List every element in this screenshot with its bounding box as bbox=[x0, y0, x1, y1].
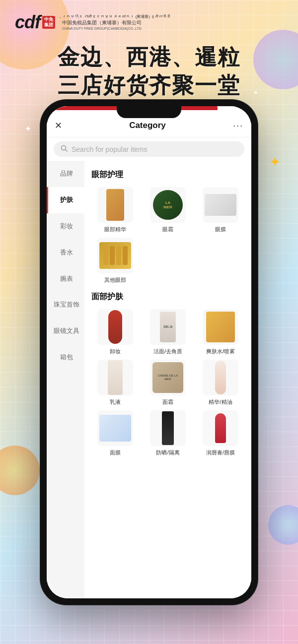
eye-mask-img bbox=[203, 187, 238, 223]
essence-label: 精华/精油 bbox=[209, 398, 232, 405]
makeup-remover-visual bbox=[108, 310, 122, 344]
lip-img bbox=[203, 410, 238, 446]
face-mask-visual bbox=[99, 415, 131, 442]
eye-care-grid: 眼部精华 LAMER 眼霜 bbox=[91, 187, 244, 284]
eye-cream-visual: LAMER bbox=[153, 190, 183, 220]
lip-label: 润唇膏/唇膜 bbox=[206, 449, 235, 456]
category-item-lip[interactable]: 润唇膏/唇膜 bbox=[197, 410, 244, 456]
more-button[interactable]: ··· bbox=[233, 121, 243, 131]
tagline-line1: 金边、西港、暹粒 bbox=[58, 43, 240, 71]
other-eye-visual bbox=[99, 242, 131, 269]
logo-badge: 中免 集团 bbox=[42, 16, 55, 29]
face-cream-visual: CRÈME DE LA MER bbox=[152, 362, 183, 393]
eye-serum-img bbox=[97, 187, 133, 223]
category-item-eye-cream[interactable]: LAMER 眼霜 bbox=[144, 187, 192, 233]
cdf-text: cdf bbox=[15, 12, 40, 33]
category-item-face-cream[interactable]: CRÈME DE LA MER 面霜 bbox=[144, 360, 192, 405]
sidebar-item-perfume[interactable]: 香水 bbox=[47, 240, 84, 266]
other-eye-img bbox=[97, 238, 133, 273]
search-icon bbox=[61, 145, 68, 153]
lotion-visual bbox=[108, 360, 123, 395]
eye-serum-visual bbox=[106, 189, 124, 221]
category-item-other-eye[interactable]: 其他眼部 bbox=[91, 238, 139, 283]
cleanser-img: SK-II bbox=[150, 309, 186, 345]
search-bar: Search for popular items bbox=[47, 137, 251, 161]
sidebar-item-jewelry[interactable]: 珠宝首饰 bbox=[47, 292, 84, 318]
sidebar-item-skincare[interactable]: 护肤 bbox=[47, 187, 84, 213]
makeup-remover-img bbox=[97, 309, 133, 345]
eye-serum-label: 眼部精华 bbox=[104, 226, 126, 233]
eye-cream-label: 眼霜 bbox=[162, 226, 173, 233]
logo-row: cdf 中免 集团 ក្រុមហ៊ុន ពាណិជ្ជកម្ម ឥតអាករ (… bbox=[0, 0, 298, 33]
face-cream-label: 面霜 bbox=[162, 398, 173, 405]
sidebar-item-glasses[interactable]: 眼镜文具 bbox=[47, 318, 84, 344]
phone-outer: ✕ Category ··· Search for popular items bbox=[40, 99, 258, 605]
company-info: ក្រុមហ៊ុន ពាណិជ្ជកម្ម ឥតអាករ (柬埔寨) ខូអិល… bbox=[62, 14, 171, 31]
essence-visual bbox=[215, 361, 226, 394]
category-item-cleanser[interactable]: SK-II 洁面/去角质 bbox=[144, 309, 192, 355]
app-title: Category bbox=[129, 121, 166, 130]
sunscreen-img bbox=[150, 410, 186, 446]
toner-img bbox=[203, 309, 238, 345]
sparkle-icon-2: ✦ bbox=[25, 124, 31, 133]
section-title-eye: 眼部护理 bbox=[91, 170, 244, 180]
phone-mockup: ✕ Category ··· Search for popular items bbox=[40, 99, 258, 605]
tagline-line2: 三店好货齐聚一堂 bbox=[58, 71, 240, 99]
sunscreen-label: 防晒/隔离 bbox=[156, 449, 179, 456]
category-item-sunscreen[interactable]: 防晒/隔离 bbox=[144, 410, 192, 456]
phone-inner: ✕ Category ··· Search for popular items bbox=[47, 106, 251, 598]
eye-mask-visual bbox=[205, 194, 236, 216]
category-item-eye-mask[interactable]: 眼膜 bbox=[197, 187, 244, 233]
tagline: 金边、西港、暹粒 三店好货齐聚一堂 bbox=[58, 43, 240, 99]
cdf-logo: cdf 中免 集团 bbox=[15, 12, 55, 33]
sidebar: 品牌 护肤 彩妆 香水 腕表 珠宝首饰 眼镜文具 箱包 bbox=[47, 161, 84, 598]
cleanser-label: 洁面/去角质 bbox=[153, 348, 182, 355]
toner-label: 爽肤水/喷雾 bbox=[206, 348, 235, 355]
category-item-essence[interactable]: 精华/精油 bbox=[197, 360, 244, 405]
face-care-grid: 卸妆 SK-II 洁面/去角质 bbox=[91, 309, 244, 456]
section-title-face: 面部护肤 bbox=[91, 292, 244, 302]
makeup-remover-label: 卸妆 bbox=[110, 348, 121, 355]
search-placeholder: Search for popular items bbox=[72, 145, 148, 153]
lotion-img bbox=[97, 360, 133, 395]
company-khmer: ក្រុមហ៊ុន ពាណិជ្ជកម្ម ឥតអាករ (柬埔寨) ខូអិល… bbox=[62, 14, 171, 19]
svg-line-1 bbox=[66, 150, 68, 152]
content-area: 眼部护理 眼部精华 bbox=[84, 161, 251, 598]
eye-cream-img: LAMER bbox=[150, 187, 186, 223]
eye-mask-label: 眼膜 bbox=[215, 226, 226, 233]
essence-img bbox=[203, 360, 238, 395]
category-item-lotion[interactable]: 乳液 bbox=[91, 360, 139, 405]
toner-visual bbox=[206, 312, 235, 342]
face-cream-img: CRÈME DE LA MER bbox=[150, 360, 186, 395]
app-content: ✕ Category ··· Search for popular items bbox=[47, 106, 251, 598]
phone-notch bbox=[117, 106, 181, 118]
close-button[interactable]: ✕ bbox=[55, 120, 62, 131]
sparkle-icon-3: ✦ bbox=[253, 89, 258, 96]
sparkle-icon-1: ✦ bbox=[269, 154, 281, 170]
lotion-label: 乳液 bbox=[110, 398, 121, 405]
face-mask-img bbox=[97, 410, 133, 446]
app-body: 品牌 护肤 彩妆 香水 腕表 珠宝首饰 眼镜文具 箱包 眼部护理 bbox=[47, 161, 251, 598]
category-item-face-mask[interactable]: 面膜 bbox=[91, 410, 139, 456]
company-zh: 中国免税品集团（柬埔寨）有限公司 bbox=[62, 19, 171, 26]
sidebar-item-watch[interactable]: 腕表 bbox=[47, 266, 84, 292]
other-eye-label: 其他眼部 bbox=[104, 276, 126, 283]
company-en: CHINA DUTY FREE GROUP(CAMBODIA)CO.,LTD. bbox=[62, 26, 171, 31]
sidebar-item-bags[interactable]: 箱包 bbox=[47, 344, 84, 371]
face-mask-label: 面膜 bbox=[110, 449, 121, 456]
sunscreen-visual bbox=[162, 411, 174, 445]
lip-visual bbox=[215, 413, 226, 443]
search-input-wrap[interactable]: Search for popular items bbox=[54, 141, 244, 157]
category-item-toner[interactable]: 爽肤水/喷雾 bbox=[197, 309, 244, 355]
sidebar-item-brand[interactable]: 品牌 bbox=[47, 161, 84, 187]
category-item-eye-serum[interactable]: 眼部精华 bbox=[91, 187, 139, 233]
sidebar-item-makeup[interactable]: 彩妆 bbox=[47, 213, 84, 240]
category-item-makeup-remover[interactable]: 卸妆 bbox=[91, 309, 139, 355]
